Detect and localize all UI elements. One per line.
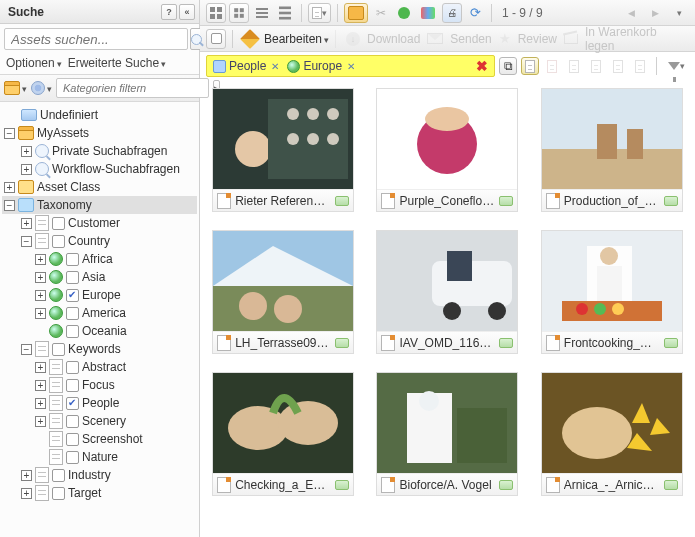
add-to-cart-icon[interactable]	[664, 196, 678, 206]
checkbox[interactable]	[52, 235, 65, 248]
asset-card[interactable]: Rieter Reference_	[212, 88, 354, 212]
asset-card[interactable]: LH_Terrasse09_Pl	[212, 230, 354, 354]
checkbox[interactable]	[52, 217, 65, 230]
checkbox[interactable]	[52, 469, 65, 482]
tree-asia[interactable]: Asia	[82, 270, 105, 284]
expand-toggle[interactable]: +	[35, 308, 46, 319]
clear-filters-button[interactable]: ✖	[476, 58, 488, 74]
tree-undefiniert[interactable]: Undefiniert	[40, 108, 98, 122]
asset-thumbnail[interactable]	[542, 373, 682, 473]
tree-customer[interactable]: Customer	[68, 216, 120, 230]
checkbox[interactable]	[66, 415, 79, 428]
asset-card[interactable]: Production_of_He	[541, 88, 683, 212]
expand-toggle[interactable]: +	[35, 254, 46, 265]
checkbox[interactable]	[66, 361, 79, 374]
action-doc[interactable]	[521, 57, 539, 75]
checkbox[interactable]	[52, 343, 65, 356]
tree-country[interactable]: Country	[68, 234, 110, 248]
tree-people[interactable]: People	[82, 396, 119, 410]
checkbox[interactable]	[66, 433, 79, 446]
add-to-cart-icon[interactable]	[335, 196, 349, 206]
search-input[interactable]	[4, 28, 188, 50]
add-to-cart-icon[interactable]	[499, 480, 513, 490]
folder-menu[interactable]	[4, 81, 27, 95]
expand-toggle[interactable]: +	[21, 470, 32, 481]
edit-icon[interactable]	[239, 29, 261, 49]
filter-chip-people[interactable]: People✕	[213, 59, 279, 73]
asset-card[interactable]: Frontcooking_Koc	[541, 230, 683, 354]
expand-toggle[interactable]: −	[4, 128, 15, 139]
expand-toggle[interactable]: +	[35, 416, 46, 427]
view-list2[interactable]	[275, 3, 295, 23]
print-button[interactable]: 🖨	[442, 3, 462, 23]
add-to-cart-icon[interactable]	[664, 338, 678, 348]
checkbox-checked[interactable]	[66, 397, 79, 410]
asset-card[interactable]: IAV_OMD_1169_(	[376, 230, 518, 354]
tree-target[interactable]: Target	[68, 486, 101, 500]
checkbox[interactable]	[66, 379, 79, 392]
tree-nature[interactable]: Nature	[82, 450, 118, 464]
filter-dropdown[interactable]: ▾	[664, 56, 689, 76]
select-all-button[interactable]	[206, 29, 226, 49]
checkbox[interactable]	[66, 271, 79, 284]
filter-chip-europe[interactable]: Europe✕	[287, 59, 355, 73]
expand-toggle[interactable]: +	[21, 146, 32, 157]
view-grid-small[interactable]	[229, 3, 249, 23]
expand-toggle[interactable]: +	[35, 380, 46, 391]
tree-europe[interactable]: Europe	[82, 288, 121, 302]
view-grid-large[interactable]	[206, 3, 226, 23]
page-size-dropdown[interactable]: ▾	[308, 3, 331, 23]
page-menu[interactable]: ▾	[669, 3, 689, 23]
tree-oceania[interactable]: Oceania	[82, 324, 127, 338]
checkbox-checked[interactable]	[66, 289, 79, 302]
asset-thumbnail[interactable]	[213, 373, 353, 473]
checkbox[interactable]	[66, 307, 79, 320]
tree-africa[interactable]: Africa	[82, 252, 113, 266]
tree-taxonomy[interactable]: Taxonomy	[37, 198, 92, 212]
checkbox[interactable]	[66, 451, 79, 464]
tree-asset-class[interactable]: Asset Class	[37, 180, 100, 194]
asset-thumbnail[interactable]	[213, 89, 353, 189]
expand-toggle[interactable]: +	[35, 272, 46, 283]
expand-toggle[interactable]: +	[21, 218, 32, 229]
color-button[interactable]	[417, 3, 439, 23]
asset-thumbnail[interactable]	[377, 231, 517, 331]
advanced-search-dropdown[interactable]: Erweiterte Suche	[68, 56, 166, 70]
add-to-cart-icon[interactable]	[664, 480, 678, 490]
expand-toggle[interactable]: −	[21, 236, 32, 247]
remove-chip-icon[interactable]: ✕	[271, 61, 279, 72]
expand-toggle[interactable]: −	[4, 200, 15, 211]
add-to-cart-icon[interactable]	[499, 338, 513, 348]
asset-thumbnail[interactable]	[377, 89, 517, 189]
tree-screenshot[interactable]: Screenshot	[82, 432, 143, 446]
options-dropdown[interactable]: Optionen	[6, 56, 62, 70]
new-button[interactable]	[394, 3, 414, 23]
tree-keywords[interactable]: Keywords	[68, 342, 121, 356]
tree-industry[interactable]: Industry	[68, 468, 111, 482]
add-to-cart-icon[interactable]	[499, 196, 513, 206]
add-to-cart-icon[interactable]	[335, 338, 349, 348]
expand-toggle[interactable]: +	[4, 182, 15, 193]
expand-toggle[interactable]: −	[21, 344, 32, 355]
add-to-cart-icon[interactable]	[335, 480, 349, 490]
checkbox[interactable]	[66, 325, 79, 338]
tree-workflow-searches[interactable]: Workflow-Suchabfragen	[52, 162, 180, 176]
tree-focus[interactable]: Focus	[82, 378, 115, 392]
category-filter-input[interactable]	[56, 78, 209, 98]
tree-scenery[interactable]: Scenery	[82, 414, 126, 428]
tree-america[interactable]: America	[82, 306, 126, 320]
action-copy[interactable]: ⧉	[499, 57, 517, 75]
asset-thumbnail[interactable]	[213, 231, 353, 331]
expand-toggle[interactable]: +	[35, 290, 46, 301]
tree-private-searches[interactable]: Private Suchabfragen	[52, 144, 167, 158]
tree-abstract[interactable]: Abstract	[82, 360, 126, 374]
asset-thumbnail[interactable]	[542, 89, 682, 189]
collapse-button[interactable]: «	[179, 4, 195, 20]
view-list1[interactable]	[252, 3, 272, 23]
asset-card[interactable]: Bioforce/A. Vogel	[376, 372, 518, 496]
settings-menu[interactable]	[31, 81, 52, 95]
refresh-button[interactable]: ⟳	[465, 3, 485, 23]
expand-toggle[interactable]: +	[21, 488, 32, 499]
help-button[interactable]: ?	[161, 4, 177, 20]
asset-card[interactable]: Checking_a_Echir	[212, 372, 354, 496]
